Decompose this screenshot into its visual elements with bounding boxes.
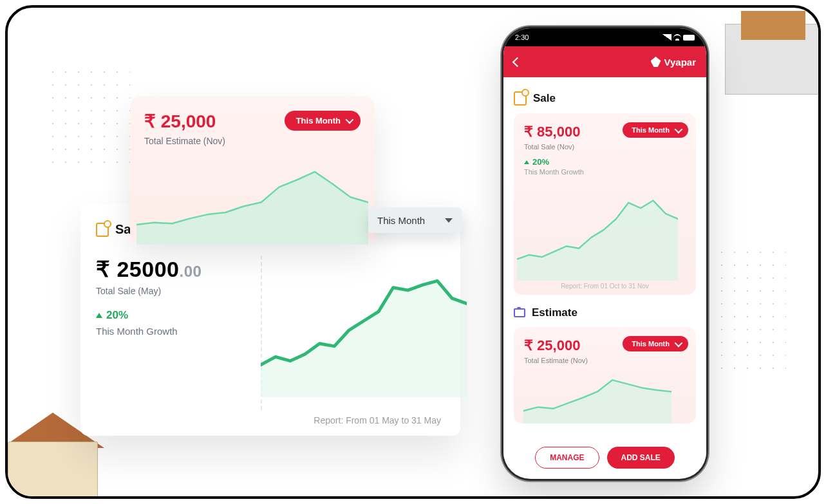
chevron-down-icon	[675, 339, 683, 347]
growth-value: 20%	[524, 157, 686, 167]
add-sale-button[interactable]: ADD SALE	[607, 447, 675, 469]
period-label: This Month	[296, 116, 341, 126]
manage-button[interactable]: MANAGE	[535, 447, 599, 469]
period-dropdown[interactable]: This Month	[285, 111, 361, 131]
report-range: Report: From 01 Oct to 31 Nov	[514, 283, 696, 290]
status-bar: 2:30	[503, 28, 706, 46]
estimate-subtitle: Total Estimate (Nov)	[524, 357, 686, 364]
brand-logo: Vyapar	[651, 57, 696, 68]
caret-down-icon	[445, 218, 453, 223]
section-title: Estimate	[532, 306, 577, 319]
phone-estimate-sparkline	[523, 372, 671, 424]
estimate-subtitle: Total Estimate (Nov)	[144, 136, 225, 146]
signal-icon	[662, 34, 671, 41]
house-illustration	[712, 5, 821, 101]
app-frame: ₹ 25,000 Total Estimate (Nov) This Month…	[5, 5, 821, 499]
arrow-up-icon	[96, 313, 102, 318]
phone-mockup: 2:30 Vyapar Sale ₹ 85,000 This Month	[503, 28, 706, 479]
estimate-sparkline	[136, 154, 368, 245]
sale-chart	[261, 249, 467, 397]
decor-dots	[715, 246, 786, 375]
app-header: Vyapar	[503, 46, 706, 77]
period-dropdown[interactable]: This Month	[623, 122, 688, 138]
period-dropdown[interactable]: This Month	[368, 207, 462, 233]
document-icon	[96, 223, 109, 237]
decor-dots	[46, 66, 130, 169]
brand-icon	[651, 57, 661, 67]
back-button[interactable]	[512, 57, 523, 67]
estimate-amount: ₹ 25,000	[144, 111, 225, 132]
phone-estimate-card[interactable]: ₹ 25,000 This Month Total Estimate (Nov)	[514, 327, 696, 424]
dropdown-label: This Month	[377, 215, 425, 226]
battery-icon	[683, 35, 695, 41]
sale-subtitle: Total Sale (Nov)	[524, 143, 686, 151]
phone-sale-sparkline	[517, 184, 678, 281]
period-dropdown[interactable]: This Month	[623, 336, 688, 351]
phone-sale-card[interactable]: ₹ 85,000 This Month Total Sale (Nov) 20%…	[514, 113, 696, 295]
document-icon	[514, 91, 527, 106]
arrow-up-icon	[524, 160, 529, 164]
chevron-down-icon	[346, 116, 354, 124]
chevron-down-icon	[675, 125, 683, 133]
action-bar: MANAGE ADD SALE	[503, 434, 706, 469]
wallet-icon	[514, 308, 525, 317]
section-title: Sale	[533, 92, 556, 105]
report-range: Report: From 01 May to 31 May	[314, 415, 441, 425]
wifi-icon	[673, 34, 681, 41]
estimate-card: ₹ 25,000 Total Estimate (Nov) This Month	[130, 97, 375, 245]
clock: 2:30	[515, 33, 529, 41]
growth-label: This Month Growth	[524, 168, 686, 176]
